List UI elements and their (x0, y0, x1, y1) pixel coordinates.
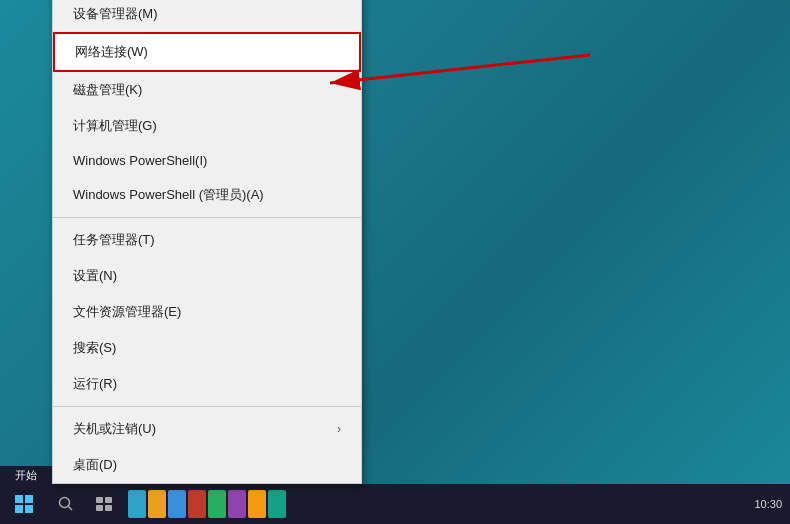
taskbar-app-icon[interactable] (268, 490, 286, 518)
menu-item-desktop[interactable]: 桌面(D) (53, 447, 361, 483)
submenu-arrow-icon: › (337, 422, 341, 436)
menu-item-desktop-label: 桌面(D) (73, 456, 117, 474)
menu-item-powershell-label: Windows PowerShell(I) (73, 153, 207, 168)
menu-item-run-label: 运行(R) (73, 375, 117, 393)
context-menu: 系统(Y) 设备管理器(M) 网络连接(W) 磁盘管理(K) 计算机管理(G) … (52, 0, 362, 484)
menu-item-task-manager[interactable]: 任务管理器(T) (53, 222, 361, 258)
menu-item-network-connections-label: 网络连接(W) (75, 43, 148, 61)
menu-item-settings[interactable]: 设置(N) (53, 258, 361, 294)
taskbar-app-icon[interactable] (168, 490, 186, 518)
menu-separator-2 (53, 406, 361, 407)
menu-item-computer-management[interactable]: 计算机管理(G) (53, 108, 361, 144)
taskbar-app-icon[interactable] (228, 490, 246, 518)
menu-item-computer-management-label: 计算机管理(G) (73, 117, 157, 135)
svg-rect-7 (105, 505, 112, 511)
taskbar-app-icon[interactable] (128, 490, 146, 518)
taskbar-pinned-apps (124, 484, 290, 524)
taskbar-app-icon[interactable] (148, 490, 166, 518)
menu-item-device-manager-label: 设备管理器(M) (73, 5, 158, 23)
menu-item-device-manager[interactable]: 设备管理器(M) (53, 0, 361, 32)
menu-item-run[interactable]: 运行(R) (53, 366, 361, 402)
menu-item-disk-management[interactable]: 磁盘管理(K) (53, 72, 361, 108)
clock: 10:30 (754, 498, 782, 510)
svg-rect-4 (96, 497, 103, 503)
task-view-icon[interactable] (84, 484, 124, 524)
menu-item-powershell-admin[interactable]: Windows PowerShell (管理员)(A) (53, 177, 361, 213)
menu-item-shutdown[interactable]: 关机或注销(U) › (53, 411, 361, 447)
taskbar-app-icon[interactable] (188, 490, 206, 518)
svg-rect-6 (96, 505, 103, 511)
taskbar: 10:30 (0, 484, 790, 524)
menu-separator-1 (53, 217, 361, 218)
menu-item-powershell-admin-label: Windows PowerShell (管理员)(A) (73, 186, 264, 204)
menu-item-disk-management-label: 磁盘管理(K) (73, 81, 142, 99)
taskbar-system-tray: 10:30 (746, 498, 790, 510)
menu-item-file-explorer[interactable]: 文件资源管理器(E) (53, 294, 361, 330)
svg-line-3 (69, 507, 73, 511)
menu-item-settings-label: 设置(N) (73, 267, 117, 285)
menu-item-file-explorer-label: 文件资源管理器(E) (73, 303, 181, 321)
menu-item-task-manager-label: 任务管理器(T) (73, 231, 155, 249)
start-button[interactable] (0, 484, 48, 524)
taskbar-app-icon[interactable] (208, 490, 226, 518)
menu-item-shutdown-label: 关机或注销(U) (73, 420, 156, 438)
taskbar-app-icon[interactable] (248, 490, 266, 518)
menu-item-search-label: 搜索(S) (73, 339, 116, 357)
svg-rect-5 (105, 497, 112, 503)
svg-point-2 (60, 498, 70, 508)
start-label: 开始 (0, 466, 52, 484)
search-icon[interactable] (48, 484, 84, 524)
windows-logo-icon (15, 495, 33, 513)
menu-item-search[interactable]: 搜索(S) (53, 330, 361, 366)
menu-item-powershell[interactable]: Windows PowerShell(I) (53, 144, 361, 177)
menu-item-network-connections[interactable]: 网络连接(W) (53, 32, 361, 72)
